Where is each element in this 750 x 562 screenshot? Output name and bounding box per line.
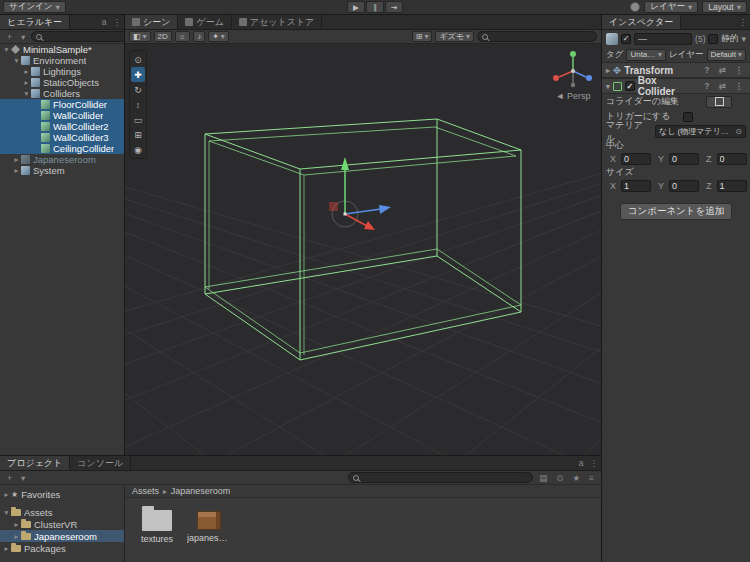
perspective-label[interactable]: ◄ Persp: [556, 91, 591, 101]
tab-game[interactable]: ゲーム: [178, 15, 231, 29]
foldout-arrow-icon[interactable]: ▸: [606, 66, 610, 75]
chevron-down-icon: ▾: [221, 32, 225, 41]
scene-effects-dropdown[interactable]: ✦ ▾: [208, 31, 229, 42]
folder-item-assets[interactable]: ▾ Assets: [0, 506, 124, 518]
pause-button[interactable]: ∥: [366, 1, 384, 13]
hierarchy-item[interactable]: ▸ Japaneseroom: [0, 154, 124, 165]
hierarchy-item-selected[interactable]: CeilingCollider: [0, 143, 124, 154]
asset-tile-japaneseroom[interactable]: japaneser…: [186, 504, 232, 544]
center-y-field[interactable]: [669, 153, 699, 165]
tag-dropdown[interactable]: Untagged ▾: [626, 49, 666, 61]
tab-asset-store[interactable]: アセットストア: [232, 15, 322, 29]
shading-mode-dropdown[interactable]: ◧ ▾: [129, 31, 151, 42]
help-icon[interactable]: ?: [701, 65, 712, 75]
hierarchy-item[interactable]: ▸ System: [0, 165, 124, 176]
rotate-tool-button[interactable]: ↻: [131, 82, 145, 97]
account-icon[interactable]: [630, 2, 640, 12]
tab-project[interactable]: プロジェクト: [0, 456, 70, 470]
hierarchy-item[interactable]: ▸ Lightings: [0, 66, 124, 77]
component-enabled-checkbox[interactable]: ✓: [625, 81, 635, 91]
size-y-field[interactable]: [669, 180, 699, 192]
lock-icon[interactable]: a: [99, 15, 110, 29]
custom-tool-button[interactable]: ◉: [131, 142, 145, 157]
project-search-input[interactable]: [362, 473, 528, 483]
chevron-down-icon[interactable]: ▾: [18, 32, 28, 42]
folder-item-packages[interactable]: ▸ Packages: [0, 542, 124, 554]
layers-dropdown[interactable]: レイヤー ▾: [644, 1, 698, 13]
tab-inspector[interactable]: インスペクター: [602, 15, 681, 29]
breadcrumb-current[interactable]: Japaneseroom: [171, 486, 231, 496]
chevron-down-icon: ▾: [424, 32, 428, 41]
object-picker-icon[interactable]: ⊙: [735, 127, 742, 136]
is-trigger-checkbox[interactable]: [683, 112, 693, 122]
foldout-arrow-icon[interactable]: ▾: [606, 82, 610, 91]
search-by-label-icon[interactable]: ⊙: [553, 473, 566, 483]
hierarchy-item[interactable]: ▾ Environment: [0, 55, 124, 66]
folder-icon: [21, 533, 31, 540]
hierarchy-item-selected[interactable]: WallCollider2: [0, 121, 124, 132]
material-object-field[interactable]: なし (物理マテリアル) ⊙: [655, 125, 746, 138]
preset-icon[interactable]: ⇄: [715, 65, 728, 75]
name-field[interactable]: [634, 33, 692, 45]
scene-viewport[interactable]: ◄ Persp ⊙ ✚ ↻ ↕ ▭ ⊞ ◉: [125, 44, 601, 455]
hidden-packages-icon[interactable]: ≡: [586, 473, 597, 483]
create-object-button[interactable]: +: [4, 32, 15, 42]
center-x-field[interactable]: [621, 153, 651, 165]
static-dropdown-icon[interactable]: ▾: [741, 34, 746, 44]
save-search-icon[interactable]: ★: [569, 473, 583, 483]
scene-audio-toggle[interactable]: ♪: [193, 31, 205, 42]
hierarchy-item[interactable]: ▾ Colliders: [0, 88, 124, 99]
hierarchy-item[interactable]: ▸ StaticObjects: [0, 77, 124, 88]
active-checkbox[interactable]: ✓: [621, 34, 631, 44]
tab-hierarchy[interactable]: ヒエラルキー: [0, 15, 70, 29]
layer-dropdown[interactable]: Default ▾: [707, 49, 747, 61]
hierarchy-item-selected[interactable]: FloorCollider: [0, 99, 124, 110]
panel-menu-icon[interactable]: ⋮: [110, 15, 125, 29]
asset-tile-textures[interactable]: textures: [134, 504, 180, 544]
chevron-down-icon[interactable]: ▾: [18, 473, 28, 483]
signin-button[interactable]: サインイン ▾: [3, 1, 66, 13]
tab-scene[interactable]: シーン: [125, 15, 178, 29]
grid-visibility-dropdown[interactable]: ⊞ ▾: [412, 31, 433, 42]
component-menu-icon[interactable]: ⋮: [732, 81, 747, 91]
hierarchy-item-scene[interactable]: ▾ MinimalSample*: [0, 44, 124, 55]
scene-search-input[interactable]: [491, 32, 592, 42]
lock-icon[interactable]: a: [576, 456, 587, 470]
panel-menu-icon[interactable]: ⋮: [736, 15, 750, 29]
size-x-field[interactable]: [621, 180, 651, 192]
help-icon[interactable]: ?: [701, 81, 712, 91]
tab-console[interactable]: コンソール: [70, 456, 131, 470]
center-z-field[interactable]: [717, 153, 747, 165]
panel-menu-icon[interactable]: ⋮: [587, 456, 602, 470]
hierarchy-item-selected[interactable]: WallCollider3: [0, 132, 124, 143]
hierarchy-search-input[interactable]: [45, 32, 125, 42]
check-icon: ✓: [623, 34, 630, 43]
scene-lighting-toggle[interactable]: ☼: [175, 31, 190, 42]
static-checkbox[interactable]: [708, 34, 718, 44]
breadcrumb-root[interactable]: Assets: [132, 486, 159, 496]
folder-item-japaneseroom[interactable]: ▸ Japaneseroom: [0, 530, 124, 542]
transform-tool-button[interactable]: ⊞: [131, 127, 145, 142]
preset-icon[interactable]: ⇄: [715, 81, 728, 91]
layout-dropdown[interactable]: Layout ▾: [702, 1, 747, 13]
search-by-type-icon[interactable]: ▤: [536, 473, 550, 483]
step-button[interactable]: ⇥: [385, 1, 403, 13]
view-tool-button[interactable]: ⊙: [131, 52, 145, 67]
rect-tool-button[interactable]: ▭: [131, 112, 145, 127]
create-asset-button[interactable]: +: [4, 473, 15, 483]
edit-collider-button[interactable]: [706, 96, 732, 108]
folder-item-clustervr[interactable]: ▸ ClusterVR: [0, 518, 124, 530]
add-component-button[interactable]: コンポーネントを追加: [620, 203, 732, 220]
box-collider-component-header[interactable]: ▾ ✓ Box Collider ? ⇄ ⋮: [602, 78, 750, 94]
favorites-item[interactable]: ▸ ★ Favorites: [0, 488, 124, 500]
gizmos-dropdown[interactable]: ギズモ ▾: [435, 31, 474, 42]
2d-toggle[interactable]: 2D: [154, 31, 172, 42]
transform-tools: ⊙ ✚ ↻ ↕ ▭ ⊞ ◉: [129, 50, 147, 159]
size-z-field[interactable]: [717, 180, 747, 192]
search-icon: [36, 34, 42, 40]
scale-tool-button[interactable]: ↕: [131, 97, 145, 112]
component-menu-icon[interactable]: ⋮: [732, 65, 747, 75]
move-tool-button[interactable]: ✚: [131, 67, 145, 82]
play-button[interactable]: ▶: [347, 1, 365, 13]
hierarchy-item-selected[interactable]: WallCollider: [0, 110, 124, 121]
